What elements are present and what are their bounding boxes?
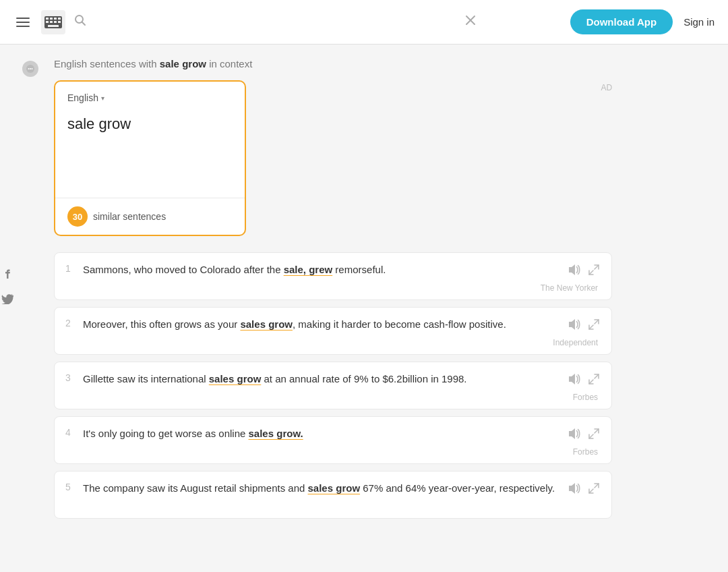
svg-rect-6 xyxy=(46,21,49,23)
similar-label: similar sentences xyxy=(93,211,166,222)
sentence-number: 5 xyxy=(65,482,76,492)
svg-line-23 xyxy=(595,320,599,324)
svg-line-20 xyxy=(595,265,599,269)
sentence-card: 1 Sammons, who moved to Colorado after t… xyxy=(54,252,612,300)
sound-icon[interactable] xyxy=(567,427,582,443)
context-keyword: sale grow xyxy=(160,58,206,69)
source-label: Independent xyxy=(65,338,598,347)
content-area: English sentences with sale grow in cont… xyxy=(54,58,612,525)
sound-icon[interactable] xyxy=(567,318,582,334)
search-card: English ▾ sale grow 30 similar sentences xyxy=(54,80,246,236)
sound-icon[interactable] xyxy=(567,482,582,498)
sentence-row: 4 It's only going to get worse as online… xyxy=(65,426,601,443)
svg-point-17 xyxy=(30,68,31,69)
svg-rect-8 xyxy=(54,21,57,23)
sentence-actions xyxy=(567,318,601,334)
source-label: The New Yorker xyxy=(65,283,598,293)
social-bar xyxy=(0,260,15,312)
count-badge: 30 xyxy=(67,206,88,227)
svg-line-30 xyxy=(589,434,593,438)
chevron-down-icon: ▾ xyxy=(101,94,104,102)
sentence-number: 4 xyxy=(65,427,76,438)
sentence-actions xyxy=(567,427,601,443)
svg-line-21 xyxy=(589,270,593,275)
header-right: Download App Sign in xyxy=(570,9,715,34)
sentence-number: 3 xyxy=(65,372,76,383)
sentence-row: 2 Moreover, this often grows as your sal… xyxy=(65,317,601,334)
sentence-text: It's only going to get worse as online s… xyxy=(83,426,555,442)
language-selector[interactable]: English ▾ xyxy=(67,92,233,103)
expand-icon[interactable] xyxy=(587,263,601,279)
source-label: Forbes xyxy=(65,393,598,402)
sentence-card: 2 Moreover, this often grows as your sal… xyxy=(54,307,612,355)
svg-line-29 xyxy=(595,429,599,433)
sentence-text: Gillette saw its international sales gro… xyxy=(83,372,555,387)
expand-icon[interactable] xyxy=(587,318,601,334)
svg-point-18 xyxy=(32,68,33,69)
source-label: Forbes xyxy=(65,447,598,457)
menu-button[interactable] xyxy=(13,15,32,30)
expand-icon[interactable] xyxy=(587,372,601,389)
sentence-card: 3 Gillette saw its international sales g… xyxy=(54,362,612,409)
facebook-icon[interactable] xyxy=(0,266,15,281)
svg-marker-31 xyxy=(569,483,575,494)
search-card-bottom: 30 similar sentences xyxy=(55,198,245,235)
svg-marker-22 xyxy=(569,319,575,330)
sentence-text: Sammons, who moved to Colorado after the… xyxy=(83,262,555,278)
sentences-list: 1 Sammons, who moved to Colorado after t… xyxy=(54,252,612,525)
expand-icon[interactable] xyxy=(587,427,601,443)
download-app-button[interactable]: Download App xyxy=(570,9,673,34)
page-wrapper: English sentences with sale grow in cont… xyxy=(0,45,728,539)
expand-icon[interactable] xyxy=(587,482,601,498)
left-sidebar xyxy=(20,58,40,525)
svg-rect-5 xyxy=(58,18,61,20)
svg-rect-7 xyxy=(50,21,53,23)
svg-rect-2 xyxy=(46,18,49,20)
logo xyxy=(40,9,66,35)
main-content: English sentences with sale grow in cont… xyxy=(0,45,653,539)
svg-line-26 xyxy=(595,374,599,378)
sentence-text: The company saw its August retail shipme… xyxy=(83,481,555,496)
language-label: English xyxy=(67,92,98,103)
search-icon xyxy=(74,14,86,30)
svg-line-27 xyxy=(589,380,593,384)
scrollbar-area xyxy=(626,58,632,525)
svg-point-16 xyxy=(28,68,30,69)
search-term: sale grow xyxy=(67,110,233,187)
svg-rect-10 xyxy=(48,25,59,27)
highlight: sales grow. xyxy=(249,428,303,439)
svg-line-12 xyxy=(82,22,86,26)
sentence-row: 1 Sammons, who moved to Colorado after t… xyxy=(65,262,601,279)
twitter-icon[interactable] xyxy=(0,291,15,306)
sentence-row: 3 Gillette saw its international sales g… xyxy=(65,372,601,389)
search-input[interactable]: sale grow xyxy=(92,16,457,29)
sentence-text: Moreover, this often grows as your sales… xyxy=(83,317,555,333)
sound-icon[interactable] xyxy=(567,372,582,389)
search-card-top: English ▾ sale grow xyxy=(55,82,245,198)
svg-line-24 xyxy=(589,325,593,329)
svg-rect-4 xyxy=(54,18,57,20)
signin-button[interactable]: Sign in xyxy=(684,16,715,28)
highlight: sale, grew xyxy=(284,264,333,275)
svg-marker-28 xyxy=(569,428,575,439)
sentence-card: 5 The company saw its August retail ship… xyxy=(54,471,612,519)
sound-icon[interactable] xyxy=(567,263,582,279)
context-description: English sentences with sale grow in cont… xyxy=(54,58,612,69)
header: sale grow Download App Sign in xyxy=(0,0,728,45)
sentence-actions xyxy=(567,263,601,279)
highlight: sales grow xyxy=(240,318,293,330)
context-prefix: English sentences with xyxy=(54,58,160,69)
highlight: sales grow xyxy=(308,482,361,494)
search-container: sale grow xyxy=(74,12,479,32)
ad-label: AD xyxy=(601,83,612,92)
sentence-actions xyxy=(567,372,601,389)
svg-line-33 xyxy=(589,489,593,493)
sentence-card: 4 It's only going to get worse as online… xyxy=(54,416,612,464)
svg-marker-19 xyxy=(569,264,575,275)
highlight: sales grow xyxy=(209,373,262,384)
chat-bubble-icon xyxy=(22,61,38,77)
svg-line-32 xyxy=(595,484,599,488)
svg-rect-3 xyxy=(50,18,53,20)
context-suffix: in context xyxy=(206,58,252,69)
clear-icon[interactable] xyxy=(462,12,479,32)
